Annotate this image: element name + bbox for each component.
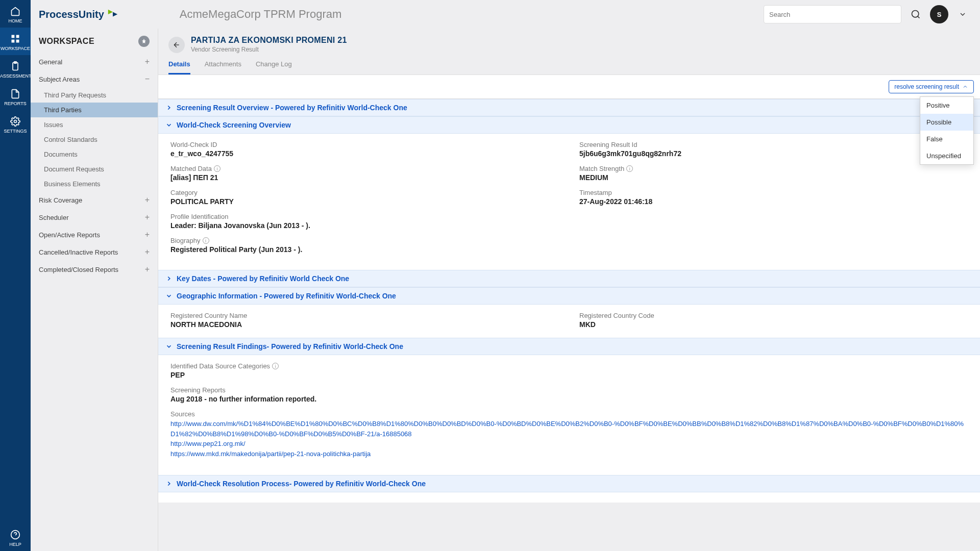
sidebar-sub-tp[interactable]: Third Parties xyxy=(31,103,158,117)
value-country: NORTH MACEDONIA xyxy=(170,320,559,329)
value-reports: Aug 2018 - no further information report… xyxy=(170,395,968,403)
expand-icon: + xyxy=(145,231,150,239)
sidebar-title: WORKSPACE xyxy=(39,37,94,46)
sidebar-label: Scheduler xyxy=(39,214,69,221)
label-code: Registered Country Code xyxy=(579,312,968,319)
sidebar-sub-bizel[interactable]: Business Elements xyxy=(31,177,158,191)
pin-button[interactable] xyxy=(138,36,150,47)
section-overview[interactable]: Screening Result Overview - Powered by R… xyxy=(158,99,980,116)
page-header: PARTIJA ZA EKONOMSKI PROMENI 21 Vendor S… xyxy=(158,29,980,53)
sidebar: WORKSPACE General+ Subject Areas− Third … xyxy=(31,29,158,551)
value-timestamp: 27-Aug-2022 01:46:18 xyxy=(579,197,968,206)
tabs: Details Attachments Change Log xyxy=(158,53,980,75)
rail-workspace[interactable]: WORKSPACE xyxy=(0,28,31,55)
resolve-screening-button[interactable]: resolve screening result xyxy=(889,80,974,93)
value-srid: 5jb6u6g3mk701gu8qg82nrh72 xyxy=(579,149,968,158)
label-strength: Match Strengthi xyxy=(579,165,968,172)
source-link-1[interactable]: http://www.dw.com/mk/%D1%84%D0%BE%D1%80%… xyxy=(170,419,968,439)
dropdown-possible[interactable]: Possible xyxy=(920,114,973,131)
svg-point-9 xyxy=(912,11,919,17)
rail-help[interactable]: HELP xyxy=(0,523,31,551)
rail-settings-label: SETTINGS xyxy=(4,129,27,134)
sidebar-sub-docs[interactable]: Documents xyxy=(31,147,158,162)
rail-home[interactable]: HOME xyxy=(0,0,31,28)
toolbar: resolve screening result Positive Possib… xyxy=(158,75,980,99)
source-link-3[interactable]: https://www.mkd.mk/makedonija/partii/pep… xyxy=(170,449,968,459)
sidebar-title-row: WORKSPACE xyxy=(31,36,158,53)
sidebar-sub-docreq[interactable]: Document Requests xyxy=(31,162,158,177)
section-resolution[interactable]: World-Check Resolution Process- Powered … xyxy=(158,475,980,492)
chevron-right-icon xyxy=(165,104,173,111)
section-title: Screening Result Overview - Powered by R… xyxy=(177,104,407,112)
label-srid: Screening Result Id xyxy=(579,141,968,148)
sidebar-scheduler[interactable]: Scheduler+ xyxy=(31,209,158,226)
svg-line-10 xyxy=(918,16,920,18)
sidebar-sub-issues[interactable]: Issues xyxy=(31,117,158,132)
info-icon[interactable]: i xyxy=(626,165,633,172)
document-icon xyxy=(10,89,20,99)
sidebar-risk[interactable]: Risk Coverage+ xyxy=(31,191,158,209)
resolve-dropdown: Positive Possible False Unspecified xyxy=(920,96,974,165)
svg-rect-0 xyxy=(12,35,15,38)
user-menu-toggle[interactable] xyxy=(953,5,972,23)
sidebar-completed-reports[interactable]: Completed/Closed Reports+ xyxy=(31,261,158,278)
info-icon[interactable]: i xyxy=(272,363,279,369)
rail-workspace-label: WORKSPACE xyxy=(1,46,30,51)
sidebar-sub-tpr[interactable]: Third Party Requests xyxy=(31,88,158,103)
label-timestamp: Timestamp xyxy=(579,189,968,196)
dropdown-positive[interactable]: Positive xyxy=(920,97,973,114)
svg-rect-2 xyxy=(12,40,15,43)
section-findings[interactable]: Screening Result Findings- Powered by Re… xyxy=(158,338,980,355)
value-category: POLITICAL PARTY xyxy=(170,197,559,206)
sidebar-cancelled-reports[interactable]: Cancelled/Inactive Reports+ xyxy=(31,243,158,261)
rail-reports[interactable]: REPORTS xyxy=(0,83,31,110)
header: ProcessUnity AcmeMegaCorp TPRM Program S xyxy=(31,0,980,29)
value-code: MKD xyxy=(579,320,968,329)
search-input[interactable] xyxy=(764,5,901,23)
tab-details[interactable]: Details xyxy=(168,60,190,74)
avatar[interactable]: S xyxy=(930,5,948,23)
clipboard-icon xyxy=(10,61,20,71)
label-sources: Sources xyxy=(170,410,968,418)
info-icon[interactable]: i xyxy=(214,165,220,172)
rail-assessments-label: ASSESSMENTS xyxy=(0,73,35,79)
label-bio: Biographyi xyxy=(170,237,968,244)
arrow-left-icon xyxy=(173,41,181,49)
chevron-right-icon xyxy=(165,275,173,282)
chevron-up-icon xyxy=(962,84,968,90)
sidebar-subject-areas[interactable]: Subject Areas− xyxy=(31,70,158,88)
logo[interactable]: ProcessUnity xyxy=(39,9,118,20)
rail-assessments[interactable]: ASSESSMENTS xyxy=(0,55,31,83)
search-button[interactable] xyxy=(906,5,925,23)
dropdown-false[interactable]: False xyxy=(920,131,973,147)
info-icon[interactable]: i xyxy=(203,237,209,244)
section-keydates[interactable]: Key Dates - Powered by Refinitiv World C… xyxy=(158,270,980,287)
label-wcid: World-Check ID xyxy=(170,141,559,148)
svg-rect-3 xyxy=(16,40,19,43)
sidebar-open-reports[interactable]: Open/Active Reports+ xyxy=(31,226,158,243)
section-geo[interactable]: Geographic Information - Powered by Refi… xyxy=(158,287,980,305)
tab-changelog[interactable]: Change Log xyxy=(256,60,292,74)
back-button[interactable] xyxy=(168,37,185,53)
section-wc-overview[interactable]: World-Check Screening Overview xyxy=(158,116,980,134)
home-icon xyxy=(10,6,20,16)
section-title: Screening Result Findings- Powered by Re… xyxy=(177,342,403,350)
value-matched: [alias] ПЕП 21 xyxy=(170,173,559,182)
collapse-icon: − xyxy=(145,75,150,83)
tab-attachments[interactable]: Attachments xyxy=(205,60,241,74)
value-profile: Leader: Biljana Jovanovska (Jun 2013 - )… xyxy=(170,221,968,230)
source-link-2[interactable]: http://www.pep21.org.mk/ xyxy=(170,439,968,449)
label-category: Category xyxy=(170,189,559,196)
section-title: Geographic Information - Powered by Refi… xyxy=(177,292,396,300)
logo-mark-icon xyxy=(107,9,118,20)
dropdown-unspecified[interactable]: Unspecified xyxy=(920,147,973,164)
sidebar-general[interactable]: General+ xyxy=(31,53,158,70)
sidebar-label: General xyxy=(39,58,62,66)
chevron-down-icon xyxy=(165,121,173,129)
search-icon xyxy=(911,9,921,19)
grid-icon xyxy=(10,34,20,44)
sidebar-sub-controls[interactable]: Control Standards xyxy=(31,132,158,147)
rail-reports-label: REPORTS xyxy=(4,101,26,106)
rail-settings[interactable]: SETTINGS xyxy=(0,110,31,138)
section-title: Key Dates - Powered by Refinitiv World C… xyxy=(177,274,349,283)
